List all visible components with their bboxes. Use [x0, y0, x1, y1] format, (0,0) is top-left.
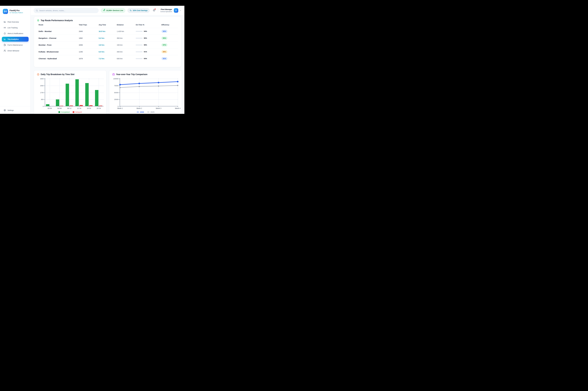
activity-icon	[130, 9, 132, 11]
page-title: Top Route Performance Analysis	[41, 19, 73, 22]
legend-label: 2026	[140, 111, 144, 113]
total-trips-value: 1245	[79, 51, 99, 53]
bar-completed	[85, 83, 89, 106]
distance-value: 350 km	[117, 37, 136, 39]
total-trips-value: 2845	[79, 30, 99, 32]
y-tick-label: 1700	[40, 92, 44, 94]
sidebar-item-label: Settings	[7, 109, 14, 111]
notifications-button[interactable]	[153, 9, 155, 12]
route-name: Bangalore - Chennai	[39, 37, 79, 39]
data-point-2025	[139, 86, 140, 87]
bottom-letterbox-bar	[0, 114, 184, 120]
users-icon	[4, 50, 6, 52]
chevron-down-icon[interactable]	[180, 10, 181, 11]
app-window: FleetIQ Pro IoT Telematics Platform Flee…	[0, 6, 184, 120]
status-badge: 89%	[161, 50, 167, 53]
truck-icon	[4, 21, 6, 23]
cost-savings-badge[interactable]: 32% Cost Savings	[128, 8, 149, 13]
col-distance: Distance	[117, 24, 136, 26]
efficiency-cell: 97%	[161, 43, 178, 46]
sidebar-item-settings[interactable]: Settings	[2, 108, 29, 113]
total-trips-value: 3456	[79, 44, 99, 46]
bar-chart-legend: CompletedDelayed	[37, 111, 103, 113]
avg-time-value: 16.5 hrs	[99, 30, 117, 32]
x-tick	[50, 106, 50, 107]
on-time-label: 93%	[144, 58, 147, 59]
line-chart-plot: 0250005000075000100000Week 1Week 2Week 3…	[120, 78, 178, 106]
avg-time-value: 3.8 hrs	[99, 44, 117, 46]
sidebar-item-fleet-overview[interactable]: Fleet Overview	[2, 19, 29, 24]
status-badge: 97%	[161, 43, 167, 46]
x-tick	[89, 106, 89, 107]
chart-title: Daily Trip Breakdown by Time Slot	[41, 73, 74, 76]
main-area: 10,000+ Devices Live 32% Cost Savings	[31, 6, 184, 120]
avatar[interactable]	[174, 8, 178, 13]
table-row: Mumbai - Pune34563.8 hrs150 km98%97%	[37, 41, 178, 48]
legend-label: Completed	[61, 111, 70, 113]
x-tick	[99, 106, 99, 107]
brand-name: FleetIQ Pro	[9, 9, 23, 12]
user-block[interactable]: Fleet Manager Central Operations	[160, 8, 172, 12]
sidebar-item-label: Driver Behavior	[7, 50, 19, 52]
top-letterbox-bar	[0, 0, 184, 6]
header-right: 10,000+ Devices Live 32% Cost Savings	[101, 8, 181, 13]
bar-completed	[95, 90, 98, 106]
legend-line-marker	[147, 111, 149, 113]
bar-chart-plot: 085017002550340000-0404-0808-1212-1616-2…	[45, 78, 104, 106]
x-tick-label: Week 4	[175, 107, 180, 109]
charts-row: Daily Trip Breakdown by Time Slot 085017…	[34, 70, 181, 116]
search-bar[interactable]	[34, 8, 99, 13]
efficiency-cell: 89%	[161, 50, 178, 53]
legend-item-2026[interactable]: 2026	[137, 111, 144, 113]
distance-value: 440 km	[117, 51, 136, 53]
avg-time-value: 6.5 hrs	[99, 51, 117, 53]
data-point-2026	[177, 81, 178, 83]
table-row: Chennai - Hyderabad16787.2 hrs630 km93%9…	[37, 55, 178, 62]
status-badge: 92%	[161, 30, 167, 33]
legend-label: 2025	[150, 111, 154, 113]
on-time-progress	[136, 51, 143, 52]
brand-logo	[3, 9, 8, 14]
devices-live-badge[interactable]: 10,000+ Devices Live	[101, 8, 125, 13]
route-name: Kolkata - Bhubaneswar	[39, 51, 79, 53]
sidebar-item-trip-analytics[interactable]: Trip Analytics	[2, 37, 29, 42]
v-gridline	[50, 78, 50, 106]
on-time-label: 94%	[144, 30, 147, 32]
distance-value: 150 km	[117, 44, 136, 46]
search-input[interactable]	[39, 9, 96, 11]
sidebar-item-driver-behavior[interactable]: Driver Behavior	[2, 48, 29, 53]
x-tick	[158, 106, 159, 107]
bar-completed	[66, 84, 69, 106]
x-tick-label: 12-16	[77, 107, 81, 109]
legend-item-2025[interactable]: 2025	[147, 111, 154, 113]
sidebar-item-live-tracking[interactable]: Live Tracking	[2, 25, 29, 30]
legend-label: Delayed	[75, 111, 82, 113]
y-tick	[44, 106, 45, 106]
legend-item-completed[interactable]: Completed	[58, 111, 70, 113]
card-title-row: Top Route Performance Analysis	[37, 19, 178, 22]
x-tick-label: 20-24	[97, 107, 101, 109]
header: 10,000+ Devices Live 32% Cost Savings	[31, 6, 184, 15]
y-tick-label: 50000	[114, 92, 119, 94]
clock-icon	[37, 73, 39, 76]
y-tick-label: 25000	[114, 98, 119, 100]
y-tick-label: 2550	[40, 85, 44, 87]
sidebar-item-label: Trip Analytics	[7, 38, 19, 40]
legend-item-delayed[interactable]: Delayed	[73, 111, 82, 113]
h-gridline	[45, 93, 104, 93]
data-point-2025	[120, 87, 121, 88]
sidebar-item-fuel-maintenance[interactable]: Fuel & Maintenance	[2, 43, 29, 47]
efficiency-cell: 95%	[161, 37, 178, 40]
line-series-2025	[120, 86, 178, 88]
data-point-2025	[158, 86, 159, 87]
x-tick	[139, 106, 140, 107]
sidebar-nav: Fleet Overview Live Tracking	[0, 19, 30, 53]
sidebar: FleetIQ Pro IoT Telematics Platform Flee…	[0, 6, 31, 120]
live-pulse-dot	[104, 9, 105, 10]
on-time-progress	[136, 58, 143, 59]
sidebar-item-alerts-notifications[interactable]: Alerts & Notifications	[2, 31, 29, 36]
broadcast-icon	[103, 9, 105, 11]
table-row: Bangalore - Chennai18925.2 hrs350 km96%9…	[37, 35, 178, 41]
on-time-progress	[136, 31, 143, 32]
route-table-body: Delhi - Mumbai284516.5 hrs1,420 km94%92%…	[37, 28, 178, 62]
